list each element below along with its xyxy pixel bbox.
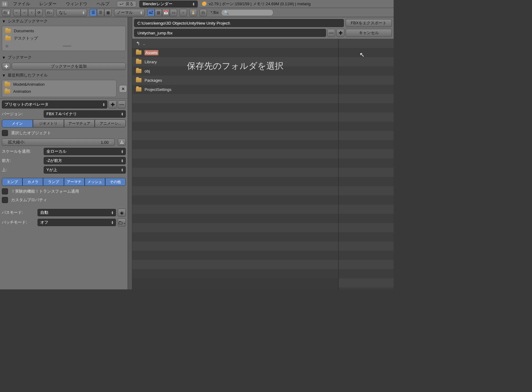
cancel-button[interactable]: キャンセル (346, 29, 392, 37)
custom-props-checkbox[interactable] (2, 197, 8, 203)
sort-time-button[interactable]: 📅 (162, 9, 170, 16)
forward-dropdown[interactable]: -Zが前方▴▾ (44, 157, 126, 164)
apply-scale-label: スケールを適用: (2, 149, 42, 154)
batch-mode-label: バッチモード: (2, 220, 36, 225)
batch-own-dir-button[interactable]: 🗀₊ (118, 218, 126, 226)
search-input[interactable]: 🔍 (221, 9, 273, 16)
forward-label: 前方: (2, 158, 42, 163)
scrollbar[interactable] (128, 17, 132, 98)
add-bookmark-plus-button[interactable]: ✚ (2, 63, 10, 70)
bookmark-item[interactable]: Documents (3, 27, 124, 34)
version-dropdown[interactable]: FBX 7.4バイナリ▴▾ (44, 110, 126, 118)
menu-help[interactable]: ヘルプ (92, 1, 114, 7)
apply-unit-button[interactable]: 🖧 (118, 139, 126, 146)
triangle-down-icon: ▼ (2, 73, 6, 78)
tab-geometry[interactable]: ジオメトリ (33, 120, 64, 127)
toggle-other[interactable]: その他 (105, 178, 126, 186)
version-label: バージョン: (2, 111, 42, 117)
renderer-dropdown[interactable]: Blenderレンダー▴▾ (139, 1, 198, 7)
scale-field[interactable]: ◂ 拡大縮小: 1.00 ▸ (2, 139, 115, 146)
recent-item[interactable]: Animation (3, 88, 116, 95)
object-type-toggles: エンプ カメラ ランプ アーマチ メッシュ その他 (2, 178, 126, 186)
file-toolbar: 🗀▴▾ ← → ↑ ⟳ 🗀₊ なし▴▾ ☰ ☰ ▦ ノーマル▴▾ aZ ▤ 📅 … (0, 8, 394, 17)
filter-text: *.fbx (211, 10, 219, 15)
nav-refresh-button[interactable]: ⟳ (35, 9, 43, 16)
sort-dropdown[interactable]: ノーマル▴▾ (114, 9, 145, 16)
sort-size-button[interactable]: ▭ (170, 9, 177, 16)
triangle-down-icon: ▼ (2, 19, 6, 24)
filename-input[interactable]: Unitychan_jump.fbx (134, 29, 326, 37)
filter-toggle-button[interactable]: ⏳ (189, 9, 197, 16)
export-button[interactable]: FBXをエクスポート (346, 19, 392, 27)
folder-icon (136, 69, 141, 73)
toggle-mesh[interactable]: メッシュ (85, 178, 105, 186)
folder-row[interactable]: Assets (132, 48, 338, 57)
back-button[interactable]: ⮐ 戻る (117, 1, 136, 7)
recent-dropdown[interactable]: なし▴▾ (56, 9, 87, 16)
folder-row[interactable]: Library (132, 57, 338, 66)
selected-objects-checkbox[interactable] (2, 130, 8, 136)
system-bookmarks-header[interactable]: ▼ システムブックマーク :::: (0, 17, 128, 25)
add-bookmark-button[interactable]: ブックマークを追加 (12, 63, 126, 70)
batch-mode-dropdown[interactable]: オフ▴▾ (38, 219, 116, 226)
menu-file[interactable]: ファイル (9, 1, 34, 7)
recent-item[interactable]: Model&Animation (3, 81, 116, 88)
nav-up-button[interactable]: ↑ (28, 9, 35, 16)
nav-forward-button[interactable]: → (21, 9, 28, 16)
sort-alpha-button[interactable]: aZ (147, 9, 155, 16)
folder-icon (136, 60, 141, 64)
grip-icon[interactable]: :::: (121, 74, 126, 77)
selected-objects-label: 選択したオブジェクト (11, 130, 51, 136)
decrement-button[interactable]: — (327, 29, 335, 37)
increment-button[interactable]: ✚ (336, 29, 344, 37)
parent-dir-row[interactable]: ↰.. (132, 39, 338, 48)
search-icon: 🔍 (224, 10, 229, 15)
folder-row[interactable]: ProjectSettings (132, 85, 338, 94)
folder-icon (136, 50, 141, 55)
display-thumb-button[interactable]: ▦ (104, 9, 112, 16)
folder-row[interactable]: Packages (132, 76, 338, 85)
sort-ext-button[interactable]: ▤ (155, 9, 162, 16)
up-label: 上: (2, 167, 42, 173)
preset-add-button[interactable]: ✚ (109, 100, 117, 108)
grip-icon[interactable]: :::: (121, 20, 126, 23)
up-arrow-icon: ↰ (136, 41, 140, 46)
tab-main[interactable]: メイン (2, 120, 33, 127)
nav-back-button[interactable]: ← (13, 9, 21, 16)
tab-armature[interactable]: アーマチュア (64, 120, 95, 127)
path-mode-dropdown[interactable]: 自動▴▾ (38, 209, 116, 216)
tab-animation[interactable]: アニメーシ... (95, 120, 126, 127)
toggle-lamp[interactable]: ランプ (43, 178, 64, 186)
system-bookmarks-list: Documents デスクトップ ⊕═══ (2, 26, 126, 51)
editor-type-button[interactable]: 🗀▴▾ (2, 9, 11, 16)
bookmark-item[interactable]: デスクトップ (3, 34, 124, 42)
display-long-button[interactable]: ☰ (97, 9, 104, 16)
toggle-camera[interactable]: カメラ (22, 178, 43, 186)
menu-render[interactable]: レンダー (35, 1, 61, 7)
up-dropdown[interactable]: Yが上▴▾ (44, 166, 126, 174)
toggle-armature[interactable]: アーマチ (64, 178, 85, 186)
preset-remove-button[interactable]: — (118, 100, 126, 108)
operator-preset-dropdown[interactable]: プリセットのオペレータ▴▾ (2, 100, 107, 108)
show-hidden-button[interactable]: ▫ (180, 9, 187, 16)
export-tabs: メイン ジオメトリ アーマチュア アニメーシ... (2, 120, 126, 127)
directory-path-input[interactable]: C:\Users\kengo\3D Objects\Unity\New Unit… (134, 19, 344, 27)
file-list[interactable]: ↰.. Assets Library obj Packages ProjectS… (132, 39, 338, 289)
recent-header[interactable]: ▼ 最近利用したファイル :::: (0, 71, 128, 79)
status-text: v2.79 | ボーン:159/159 | メモリ:24.69M (0.11M)… (202, 1, 311, 7)
apply-scale-dropdown[interactable]: 全ローカル▴▾ (44, 148, 126, 155)
experimental-checkbox[interactable] (2, 188, 8, 194)
new-folder-button[interactable]: 🗀₊ (45, 9, 54, 16)
folder-row[interactable]: obj (132, 66, 338, 76)
toggle-empty[interactable]: エンプ (2, 178, 22, 186)
add-icon[interactable]: ⊕═══ (3, 42, 124, 49)
display-short-button[interactable]: ☰ (89, 9, 97, 16)
menu-window[interactable]: ウィンドウ (62, 1, 92, 7)
filter-folder-button[interactable]: 🗀 (200, 9, 207, 16)
scrollbar[interactable] (128, 98, 132, 289)
clear-recent-button[interactable]: ✕ (119, 85, 127, 92)
info-icon[interactable]: i▴▾ (1, 1, 8, 7)
embed-textures-button[interactable]: ◈ (118, 209, 126, 217)
bookmarks-header[interactable]: ▼ ブックマーク :::: (0, 53, 128, 61)
grip-icon[interactable]: :::: (121, 56, 126, 59)
